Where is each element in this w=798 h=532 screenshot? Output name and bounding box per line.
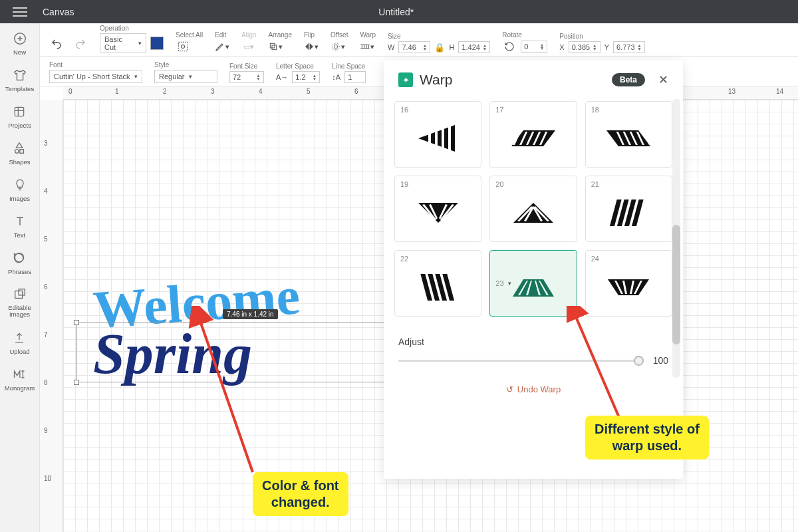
text-icon [13, 214, 27, 229]
left-toolbar: New Templates Projects Shapes Images Tex… [0, 23, 40, 532]
upload-icon [12, 331, 27, 345]
svg-point-12 [334, 45, 337, 48]
lock-icon[interactable]: 🔒 [434, 43, 445, 53]
svg-point-8 [182, 45, 185, 49]
annotation-arrow-2 [567, 306, 646, 426]
font-label: Font [49, 61, 142, 68]
arrange-label: Arrange [268, 31, 292, 39]
rail-new[interactable]: New [13, 31, 27, 56]
document-title: Untitled* [74, 7, 798, 17]
pos-y-input[interactable]: 6.773▲▼ [613, 41, 645, 53]
edit-button[interactable]: ▾ [215, 40, 229, 53]
svg-point-11 [332, 43, 340, 51]
line-space-input[interactable]: 1 [344, 71, 366, 83]
position-label: Position [559, 33, 645, 40]
menu-button[interactable] [0, 11, 40, 13]
select-all-button[interactable] [176, 40, 190, 53]
warp-option-19[interactable]: 19 [394, 176, 481, 242]
grid-icon [12, 104, 27, 119]
beta-badge: Beta [612, 73, 645, 86]
warp-option-20[interactable]: 20 [489, 176, 577, 242]
lightbulb-icon [13, 178, 27, 192]
flip-button[interactable]: ▾ [304, 40, 319, 53]
warp-option-18[interactable]: 18 [585, 101, 672, 168]
warp-option-21[interactable]: 21 [585, 176, 672, 242]
arrange-button[interactable]: ▾ [268, 40, 283, 53]
shirt-icon [13, 68, 27, 82]
rail-templates[interactable]: Templates [5, 68, 34, 92]
select-all-label: Select All [176, 31, 203, 39]
annotation-2: Different style ofwarp used. [585, 416, 709, 460]
align-label: Align [241, 31, 256, 39]
rail-phrases[interactable]: Phrases [8, 251, 31, 275]
pos-x-input[interactable]: 0.385▲▼ [569, 41, 600, 53]
svg-rect-13 [428, 133, 431, 144]
rotate-icon [502, 40, 517, 53]
svg-rect-14 [435, 130, 438, 146]
warp-option-23[interactable]: 23 [489, 250, 577, 317]
svg-point-4 [15, 253, 24, 262]
warp-option-17[interactable]: 17 [489, 101, 577, 168]
warp-options-grid: 16 17 18 19 20 21 22 23 24 [384, 97, 683, 325]
svg-rect-3 [20, 150, 23, 154]
offset-button[interactable]: ▾ [331, 40, 345, 53]
annotation-1: Color & fontchanged. [253, 472, 348, 516]
size-label: Size [388, 33, 490, 40]
align-button: ▭▾ [241, 40, 256, 53]
warp-panel-icon: ✦ [398, 72, 413, 87]
close-icon[interactable]: ✕ [658, 72, 668, 87]
letter-space-icon: A↔ [276, 73, 288, 81]
redo-button[interactable] [73, 37, 88, 51]
flip-label: Flip [304, 31, 319, 39]
svg-rect-7 [178, 42, 187, 51]
svg-rect-10 [272, 45, 277, 50]
rail-text[interactable]: Text [13, 214, 27, 239]
svg-rect-1 [15, 107, 24, 116]
rail-upload[interactable]: Upload [9, 331, 29, 355]
svg-point-2 [15, 150, 19, 154]
color-swatch[interactable] [150, 37, 164, 50]
rail-images[interactable]: Images [9, 178, 30, 202]
editable-images-icon [13, 287, 27, 302]
speech-bubble-icon [12, 251, 27, 265]
height-input[interactable]: 1.424▲▼ [458, 41, 490, 53]
fontsize-label: Font Size [229, 63, 264, 70]
line-space-icon: ↕A [332, 73, 340, 81]
style-select[interactable]: Regular [154, 70, 217, 83]
letter-space-label: Letter Space [276, 63, 320, 70]
operation-label: Operation [100, 25, 164, 32]
title-bar: Canvas Untitled* [0, 0, 798, 23]
rail-projects[interactable]: Projects [8, 104, 31, 129]
monogram-icon [12, 367, 27, 382]
operation-select[interactable]: Basic Cut [100, 33, 146, 53]
font-select[interactable]: Cuttin' Up - Short Stack [49, 70, 142, 83]
width-input[interactable]: 7.46▲▼ [398, 41, 430, 53]
svg-rect-9 [271, 43, 275, 48]
ruler-vertical: 345678910 [40, 100, 63, 532]
warp-button[interactable]: ▾ [360, 40, 374, 53]
fontsize-input[interactable]: 72▲▼ [229, 71, 264, 83]
shapes-icon [12, 141, 27, 156]
warp-scrollbar-thumb[interactable] [672, 225, 680, 344]
app-name: Canvas [40, 7, 74, 17]
rotate-input[interactable]: 0▲▼ [521, 41, 547, 53]
line-space-label: Line Space [332, 63, 366, 70]
undo-icon: ↺ [506, 384, 513, 394]
rail-shapes[interactable]: Shapes [9, 141, 30, 166]
rail-monogram[interactable]: Monogram [5, 367, 35, 392]
svg-rect-6 [19, 289, 25, 295]
edit-label: Edit [215, 31, 229, 39]
svg-rect-15 [442, 128, 444, 148]
warp-option-22[interactable]: 22 [394, 250, 481, 317]
plus-circle-icon [13, 31, 27, 46]
rail-editable-images[interactable]: Editable Images [0, 287, 39, 319]
adjust-value: 100 [653, 355, 668, 366]
main-toolbar: Operation Basic Cut Select All Edit▾ Ali… [40, 23, 798, 57]
undo-button[interactable] [49, 37, 64, 51]
offset-label: Offset [331, 31, 348, 39]
svg-rect-16 [448, 126, 451, 150]
warp-option-16[interactable]: 16 [394, 101, 481, 168]
style-label: Style [154, 61, 217, 68]
letter-space-input[interactable]: 1.2▲▼ [292, 71, 320, 83]
rotate-label: Rotate [502, 31, 547, 39]
